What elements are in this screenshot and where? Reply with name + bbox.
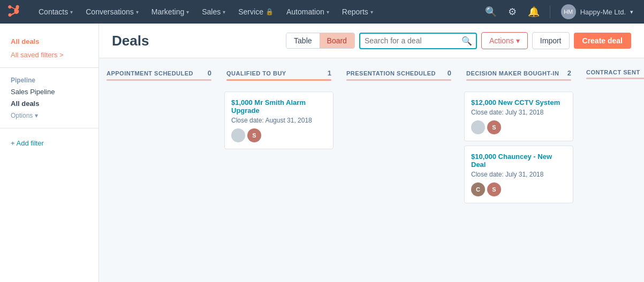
search-input[interactable]	[365, 36, 458, 45]
deal-close-date: Close date: July 31, 2018	[471, 109, 566, 116]
import-button[interactable]: Import	[532, 32, 570, 49]
avatar: S	[247, 128, 261, 142]
settings-icon-button[interactable]: ⚙	[503, 2, 522, 21]
chevron-down-icon: ▾	[370, 9, 373, 15]
column-header: CONTRACT SENT	[580, 69, 644, 88]
chevron-down-icon: ▾	[327, 9, 329, 15]
sidebar-options[interactable]: Options ▾	[0, 110, 99, 121]
deal-close-date: Close date: August 31, 2018	[231, 117, 327, 124]
avatar: S	[487, 182, 501, 196]
deal-name[interactable]: $12,000 New CCTV System	[471, 98, 566, 106]
deal-name[interactable]: $1,000 Mr Smith Alarm Upgrade	[231, 98, 327, 115]
nav-sales[interactable]: Sales ▾	[195, 0, 232, 24]
deal-name[interactable]: $10,000 Chauncey - New Deal	[471, 153, 566, 169]
board-area: APPOINTMENT SCHEDULED0QUALIFIED TO BUY1$…	[99, 58, 644, 282]
column-bar	[466, 79, 571, 81]
avatar	[471, 120, 485, 134]
column-cards	[340, 89, 458, 282]
topnav-icons: 🔍 ⚙ 🔔 HM Happy-Me Ltd. ▾	[481, 0, 638, 24]
column-header: PRESENTATION SCHEDULED0	[340, 69, 458, 89]
page-content: Deals Table Board 🔍 Actions ▾ Import Cre…	[99, 24, 644, 282]
column-bar	[346, 79, 451, 81]
page-title: Deals	[112, 33, 149, 58]
notifications-icon-button[interactable]: 🔔	[524, 2, 543, 21]
column-bar	[586, 78, 644, 79]
board-view-button[interactable]: Board	[320, 33, 354, 48]
search-icon-button[interactable]: 🔍	[481, 2, 501, 21]
create-deal-button[interactable]: Create deal	[574, 33, 631, 49]
board-column: DECISION MAKER BOUGHT-IN2$12,000 New CCT…	[460, 69, 578, 282]
column-cards: $1,000 Mr Smith Alarm UpgradeClose date:…	[220, 89, 338, 282]
sidebar-all-deals[interactable]: All deals	[0, 34, 99, 49]
hubspot-logo[interactable]	[6, 3, 24, 20]
avatar: S	[487, 120, 501, 134]
chevron-down-icon: ▾	[516, 36, 520, 45]
nav-reports[interactable]: Reports ▾	[336, 0, 380, 24]
chevron-down-icon: ▾	[186, 9, 189, 15]
nav-divider	[550, 5, 550, 18]
column-title: QUALIFIED TO BUY	[226, 70, 286, 77]
board-column: PRESENTATION SCHEDULED0	[340, 69, 458, 282]
column-header: APPOINTMENT SCHEDULED0	[100, 69, 218, 89]
column-count: 1	[328, 69, 331, 77]
topnav: Contacts ▾ Conversations ▾ Marketing ▾ S…	[0, 0, 644, 24]
column-cards	[100, 89, 218, 282]
nav-marketing[interactable]: Marketing ▾	[145, 0, 195, 24]
avatar: HM	[561, 4, 576, 19]
deal-search-box: 🔍	[359, 33, 477, 49]
lock-icon: 🔒	[266, 8, 274, 16]
column-count: 0	[208, 69, 211, 77]
board-column: CONTRACT SENT	[580, 69, 644, 282]
column-title: CONTRACT SENT	[586, 69, 640, 75]
table-view-button[interactable]: Table	[286, 33, 319, 48]
chevron-down-icon: ▾	[70, 9, 73, 15]
chevron-down-icon: ▾	[136, 9, 139, 15]
deal-avatars: S	[471, 120, 566, 134]
sidebar-pipeline-label: Pipeline	[0, 74, 99, 86]
sidebar-saved-filters[interactable]: All saved filters >	[0, 49, 99, 61]
deal-card[interactable]: $10,000 Chauncey - New DealClose date: J…	[464, 146, 573, 203]
deal-avatars: CS	[471, 182, 566, 196]
page-header: Deals Table Board 🔍 Actions ▾ Import Cre…	[99, 24, 644, 58]
column-header: QUALIFIED TO BUY1	[220, 69, 338, 89]
nav-contacts[interactable]: Contacts ▾	[32, 0, 79, 24]
column-count: 0	[448, 69, 451, 77]
sidebar-all-deals-sub[interactable]: All deals	[0, 97, 99, 110]
account-menu[interactable]: HM Happy-Me Ltd. ▾	[557, 0, 638, 24]
nav-automation[interactable]: Automation ▾	[280, 0, 336, 24]
chevron-down-icon: ▾	[223, 9, 225, 15]
nav-items: Contacts ▾ Conversations ▾ Marketing ▾ S…	[32, 0, 481, 24]
actions-button[interactable]: Actions ▾	[481, 32, 528, 49]
sidebar-pipeline-name: Sales Pipeline	[0, 86, 99, 97]
column-count: 2	[567, 69, 571, 77]
main-container: All deals All saved filters > Pipeline S…	[0, 24, 644, 282]
account-name: Happy-Me Ltd.	[580, 8, 626, 16]
nav-conversations[interactable]: Conversations ▾	[79, 0, 145, 24]
search-icon[interactable]: 🔍	[461, 36, 472, 46]
sidebar-divider	[0, 67, 99, 68]
avatar	[231, 128, 245, 142]
column-title: PRESENTATION SCHEDULED	[346, 70, 436, 77]
deal-avatars: S	[231, 128, 327, 142]
column-cards	[580, 88, 644, 282]
account-chevron: ▾	[630, 9, 633, 16]
column-bar	[107, 79, 211, 81]
board-column: APPOINTMENT SCHEDULED0	[100, 69, 218, 282]
avatar: C	[471, 182, 485, 196]
board-column: QUALIFIED TO BUY1$1,000 Mr Smith Alarm U…	[220, 69, 338, 282]
sidebar-divider-2	[0, 128, 99, 128]
deal-close-date: Close date: July 31, 2018	[471, 171, 566, 178]
column-title: DECISION MAKER BOUGHT-IN	[466, 70, 559, 77]
column-header: DECISION MAKER BOUGHT-IN2	[460, 69, 578, 89]
sidebar: All deals All saved filters > Pipeline S…	[0, 24, 99, 282]
deal-card[interactable]: $12,000 New CCTV SystemClose date: July …	[464, 92, 573, 141]
view-toggle: Table Board	[286, 33, 355, 49]
deal-card[interactable]: $1,000 Mr Smith Alarm UpgradeClose date:…	[224, 92, 334, 149]
column-cards: $12,000 New CCTV SystemClose date: July …	[460, 89, 578, 282]
column-bar	[226, 79, 331, 81]
column-title: APPOINTMENT SCHEDULED	[107, 70, 193, 77]
page-header-actions: Table Board 🔍 Actions ▾ Import Create de…	[286, 32, 631, 58]
sidebar-add-filter[interactable]: + Add filter	[0, 135, 99, 151]
nav-service[interactable]: Service 🔒	[232, 0, 280, 24]
